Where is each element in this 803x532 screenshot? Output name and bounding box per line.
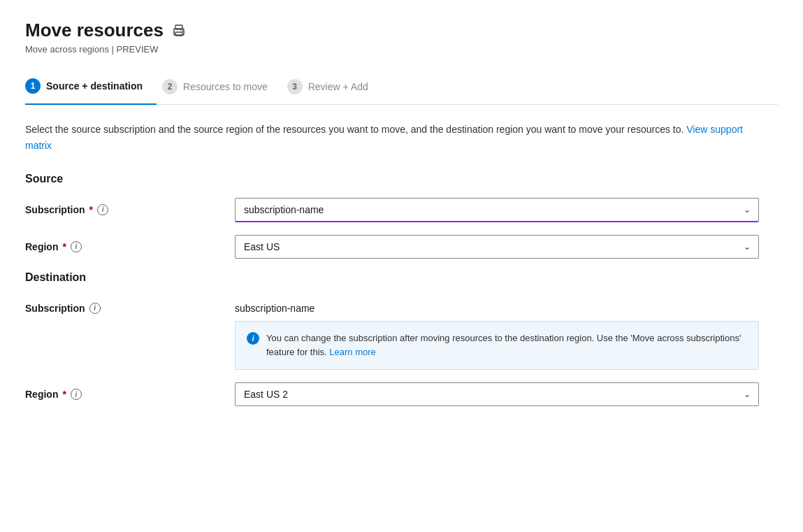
learn-more-link[interactable]: Learn more xyxy=(329,347,375,357)
destination-region-info-icon[interactable]: i xyxy=(71,389,82,400)
source-region-label-col: Region * i xyxy=(25,235,235,252)
source-region-dropdown[interactable]: East US xyxy=(235,235,759,259)
page-header: Move resources xyxy=(25,20,778,41)
step-2-circle: 2 xyxy=(162,79,178,94)
page-title: Move resources xyxy=(25,20,164,41)
info-box-icon: i xyxy=(247,332,259,345)
step-3-circle: 3 xyxy=(287,79,303,94)
destination-region-dropdown-wrapper: East US 2 ⌄ xyxy=(235,382,759,406)
destination-region-label-col: Region * i xyxy=(25,382,235,400)
source-region-info-icon[interactable]: i xyxy=(71,241,82,252)
source-region-label: Region xyxy=(25,241,58,252)
destination-subscription-info-box: i You can change the subscription after … xyxy=(235,321,759,370)
description-text: Select the source subscription and the s… xyxy=(25,122,759,153)
step-1-label: Source + destination xyxy=(46,80,143,92)
step-3-label: Review + Add xyxy=(308,81,368,92)
destination-subscription-control: subscription-name i You can change the s… xyxy=(235,296,759,370)
destination-subscription-label-col: Subscription i xyxy=(25,296,235,314)
source-section-title: Source xyxy=(25,173,778,185)
source-section: Source Subscription * i subscription-nam… xyxy=(25,173,778,259)
destination-region-dropdown[interactable]: East US 2 xyxy=(235,382,759,406)
source-subscription-info-icon[interactable]: i xyxy=(97,204,108,215)
destination-region-control: East US 2 ⌄ xyxy=(235,382,759,406)
source-subscription-control: subscription-name ⌄ xyxy=(235,198,759,222)
step-2-label: Resources to move xyxy=(183,81,268,92)
source-subscription-row: Subscription * i subscription-name ⌄ xyxy=(25,198,759,222)
print-icon[interactable] xyxy=(172,24,186,41)
svg-point-3 xyxy=(182,30,183,31)
destination-region-label: Region xyxy=(25,389,58,400)
source-region-dropdown-wrapper: East US ⌄ xyxy=(235,235,759,259)
page-container: Move resources Move across regions | PRE… xyxy=(0,0,803,532)
destination-subscription-value: subscription-name xyxy=(235,296,759,314)
destination-subscription-row: Subscription i subscription-name i You c… xyxy=(25,296,759,370)
step-1-circle: 1 xyxy=(25,78,41,94)
source-subscription-required: * xyxy=(89,204,93,215)
steps-bar: 1 Source + destination 2 Resources to mo… xyxy=(25,71,778,105)
page-subtitle: Move across regions | PREVIEW xyxy=(25,44,778,55)
source-region-required: * xyxy=(62,241,66,252)
destination-subscription-info-icon[interactable]: i xyxy=(89,303,101,314)
destination-subscription-label: Subscription xyxy=(25,303,85,314)
destination-region-required: * xyxy=(62,389,66,400)
source-region-row: Region * i East US ⌄ xyxy=(25,235,759,259)
destination-section: Destination Subscription i subscription-… xyxy=(25,271,778,406)
source-subscription-dropdown-wrapper: subscription-name ⌄ xyxy=(235,198,759,222)
step-3[interactable]: 3 Review + Add xyxy=(287,72,382,104)
info-box-text: You can change the subscription after mo… xyxy=(266,331,747,359)
source-subscription-label-col: Subscription * i xyxy=(25,198,235,215)
source-subscription-label: Subscription xyxy=(25,204,85,215)
step-1[interactable]: 1 Source + destination xyxy=(25,71,157,105)
destination-region-row: Region * i East US 2 ⌄ xyxy=(25,382,759,406)
source-region-control: East US ⌄ xyxy=(235,235,759,259)
step-2[interactable]: 2 Resources to move xyxy=(162,72,282,104)
source-subscription-dropdown[interactable]: subscription-name xyxy=(235,198,759,222)
destination-section-title: Destination xyxy=(25,271,778,284)
